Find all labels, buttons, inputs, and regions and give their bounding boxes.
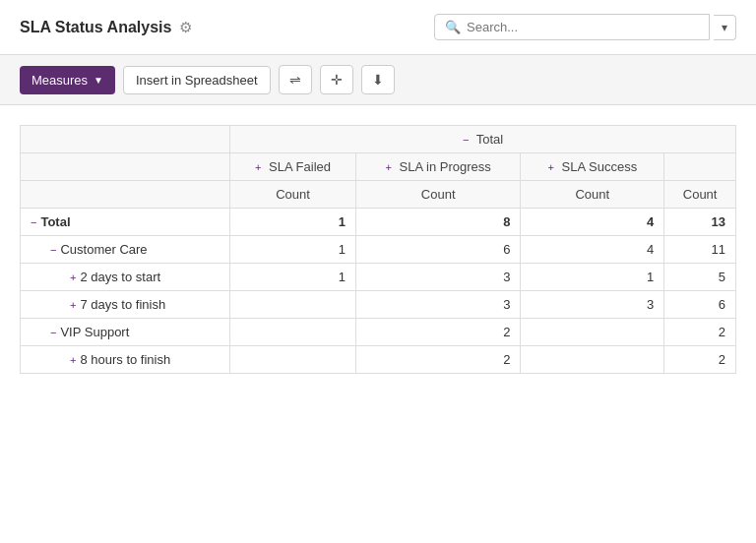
download-icon: ⬇ <box>372 72 384 88</box>
collapse-row-icon[interactable]: − <box>50 327 56 338</box>
table-row: −Customer Care16411 <box>21 236 736 264</box>
value-cell: 6 <box>664 291 736 319</box>
value-cell: 2 <box>355 346 520 374</box>
value-cell <box>521 319 664 346</box>
search-dropdown-button[interactable]: ▾ <box>714 15 736 40</box>
row-label-text: 2 days to start <box>80 270 160 284</box>
search-icon: 🔍 <box>445 20 461 34</box>
value-cell: 2 <box>355 319 520 346</box>
total-collapse-icon[interactable]: − <box>463 134 469 146</box>
measures-button[interactable]: Measures ▼ <box>20 66 115 94</box>
row-label-text: Customer Care <box>60 242 147 257</box>
empty-corner-2 <box>21 153 230 181</box>
count-header-2: Count <box>355 181 520 209</box>
value-cell <box>230 319 356 346</box>
value-cell: 1 <box>230 264 356 291</box>
measures-arrow-icon: ▼ <box>94 75 103 86</box>
value-cell: 6 <box>355 236 520 264</box>
app-container: SLA Status Analysis ⚙ 🔍 ▾ Measures ▼ Ins… <box>0 0 756 543</box>
value-cell: 13 <box>664 209 736 236</box>
value-cell: 2 <box>664 319 736 346</box>
count-header-3: Count <box>521 181 664 209</box>
empty-corner-3 <box>21 181 230 209</box>
transfer-icon: ⇌ <box>289 72 301 88</box>
sla-inprogress-expand-icon[interactable]: + <box>386 161 392 173</box>
table-row: +8 hours to finish22 <box>21 346 736 374</box>
header: SLA Status Analysis ⚙ 🔍 ▾ <box>0 0 756 55</box>
total-count-label <box>664 153 736 181</box>
pivot-table: − Total + SLA Failed + SLA in Progress <box>20 125 736 374</box>
total-column-group: − Total <box>230 126 736 153</box>
search-input-wrapper: 🔍 <box>434 14 710 40</box>
expand-row-icon[interactable]: + <box>70 354 76 366</box>
sla-failed-header: + SLA Failed <box>230 153 356 181</box>
transfer-icon-button[interactable]: ⇌ <box>279 65 312 94</box>
value-cell: 1 <box>230 236 356 264</box>
row-label-text: VIP Support <box>60 325 129 339</box>
count-header-1: Count <box>230 181 356 209</box>
sla-inprogress-header: + SLA in Progress <box>355 153 520 181</box>
expand-row-icon[interactable]: + <box>70 272 76 283</box>
value-cell: 1 <box>521 264 664 291</box>
value-cell: 2 <box>664 346 736 374</box>
table-body: −Total18413−Customer Care16411+2 days to… <box>21 209 736 374</box>
value-cell: 8 <box>355 209 520 236</box>
value-cell <box>230 291 356 319</box>
count-header-4: Count <box>664 181 736 209</box>
sla-failed-expand-icon[interactable]: + <box>255 161 261 173</box>
value-cell: 4 <box>521 209 664 236</box>
table-area: − Total + SLA Failed + SLA in Progress <box>0 105 756 393</box>
value-cell: 3 <box>521 291 664 319</box>
add-icon-button[interactable]: ✛ <box>320 65 353 94</box>
header-row-total: − Total <box>21 126 736 153</box>
collapse-row-icon[interactable]: − <box>31 216 36 228</box>
table-row: −Total18413 <box>21 209 736 236</box>
toolbar: Measures ▼ Insert in Spreadsheet ⇌ ✛ ⬇ <box>0 55 756 105</box>
measures-label: Measures <box>32 73 88 88</box>
value-cell: 4 <box>521 236 664 264</box>
table-row: −VIP Support22 <box>21 319 736 346</box>
search-input[interactable] <box>467 20 699 34</box>
row-label-text: 7 days to finish <box>80 297 165 312</box>
value-cell: 1 <box>230 209 356 236</box>
gear-icon[interactable]: ⚙ <box>179 19 192 36</box>
value-cell: 11 <box>664 236 736 264</box>
sla-success-header: + SLA Success <box>521 153 664 181</box>
table-row: +2 days to start1315 <box>21 264 736 291</box>
insert-spreadsheet-button[interactable]: Insert in Spreadsheet <box>123 66 271 94</box>
add-icon: ✛ <box>331 72 343 88</box>
header-row-count: Count Count Count Count <box>21 181 736 209</box>
value-cell: 3 <box>355 291 520 319</box>
value-cell: 3 <box>355 264 520 291</box>
header-left: SLA Status Analysis ⚙ <box>20 19 192 36</box>
sla-success-expand-icon[interactable]: + <box>548 161 554 173</box>
search-bar: 🔍 ▾ <box>434 14 736 40</box>
collapse-row-icon[interactable]: − <box>50 244 56 256</box>
value-cell: 5 <box>664 264 736 291</box>
header-row-groups: + SLA Failed + SLA in Progress + SLA Suc… <box>21 153 736 181</box>
table-row: +7 days to finish336 <box>21 291 736 319</box>
row-label-text: 8 hours to finish <box>80 352 170 367</box>
row-label-text: Total <box>40 214 70 229</box>
value-cell <box>521 346 664 374</box>
empty-corner <box>21 126 230 153</box>
page-title: SLA Status Analysis <box>20 19 171 36</box>
download-icon-button[interactable]: ⬇ <box>361 65 395 94</box>
expand-row-icon[interactable]: + <box>70 299 76 311</box>
value-cell <box>230 346 356 374</box>
